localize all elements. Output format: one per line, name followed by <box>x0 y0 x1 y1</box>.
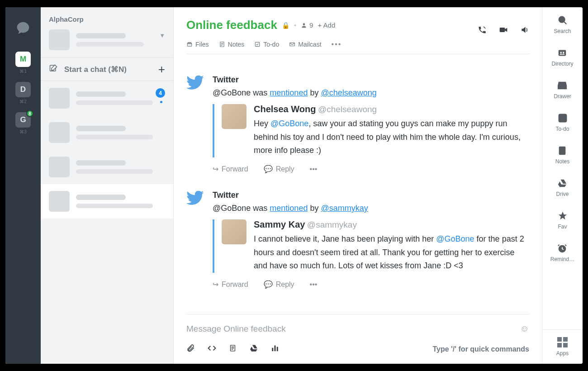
code-icon[interactable] <box>208 344 216 355</box>
svg-point-13 <box>560 52 562 53</box>
workspace-badge: 8 <box>26 110 33 117</box>
svg-rect-12 <box>559 50 566 56</box>
chat-row[interactable]: 4 <box>41 81 173 115</box>
more-icon[interactable]: ••• <box>310 165 318 173</box>
compose-icon <box>49 64 58 75</box>
avatar <box>49 191 70 212</box>
add-members-button[interactable]: + Add <box>318 21 335 29</box>
workspace-g[interactable]: G 8 <box>15 112 31 128</box>
directory-icon <box>557 47 567 59</box>
reply-icon: 💬 <box>264 165 273 173</box>
rail-fav[interactable]: Fav <box>558 210 568 230</box>
current-user-row[interactable]: ▼ <box>41 28 173 57</box>
author-handle: @sammykay <box>307 220 357 229</box>
svg-rect-8 <box>272 348 273 352</box>
svg-rect-3 <box>187 43 191 46</box>
rail-todo[interactable]: To-do <box>555 112 569 132</box>
members-count[interactable]: 9 <box>301 21 313 29</box>
channel-title[interactable]: Online feedback <box>186 18 277 32</box>
notes-icon <box>557 145 567 157</box>
svg-rect-5 <box>255 42 259 46</box>
chat-row[interactable] <box>41 115 173 150</box>
tab-todo[interactable]: To-do <box>254 40 279 48</box>
tabs-more-icon[interactable]: ••• <box>332 40 342 48</box>
twitter-icon <box>186 73 204 91</box>
audio-call-icon[interactable] <box>478 25 487 37</box>
avatar <box>49 122 70 143</box>
forward-icon: ↪ <box>213 280 218 289</box>
feed-post: Twitter @GoBone was mentioned by @chelse… <box>186 75 529 173</box>
svg-point-14 <box>563 52 564 53</box>
clock-icon <box>557 243 567 254</box>
feed-post: Twitter @GoBone was mentioned by @sammyk… <box>186 190 529 289</box>
reply-icon: 💬 <box>264 280 273 289</box>
reply-button[interactable]: 💬Reply <box>264 165 294 173</box>
author-link[interactable]: @sammykay <box>321 204 368 213</box>
svg-point-11 <box>559 17 564 23</box>
drive-icon <box>557 177 567 189</box>
forward-button[interactable]: ↪Forward <box>213 280 248 289</box>
conversation-header: Online feedback 🔒 • 9 + Add <box>174 7 542 54</box>
workspace-shortcut: ⌘3 <box>19 129 27 134</box>
attach-icon[interactable] <box>186 344 195 355</box>
tab-notes[interactable]: Notes <box>219 40 245 48</box>
app-logo[interactable] <box>12 17 34 39</box>
chat-row[interactable] <box>41 150 173 184</box>
conversation-panel: Online feedback 🔒 • 9 + Add <box>174 7 542 364</box>
forward-icon: ↪ <box>213 165 218 173</box>
mention-link[interactable]: @GoBone <box>270 119 308 128</box>
avatar <box>49 157 70 177</box>
tab-files[interactable]: Files <box>186 40 209 48</box>
workspace-d[interactable]: D <box>15 82 31 97</box>
note-icon[interactable] <box>229 344 237 355</box>
tab-mailcast[interactable]: Mailcast <box>289 40 321 48</box>
more-icon[interactable]: ••• <box>310 280 318 289</box>
rail-apps[interactable]: Apps <box>542 329 583 364</box>
unread-badge: 4 <box>156 88 165 98</box>
twitter-icon <box>186 189 204 207</box>
avatar <box>222 219 247 244</box>
slash-command-hint: Type '/' for quick commands <box>432 345 529 353</box>
rail-search[interactable]: Search <box>554 14 571 34</box>
author-link[interactable]: @chelseawong <box>321 88 376 97</box>
reply-button[interactable]: 💬Reply <box>264 280 294 289</box>
search-icon <box>558 14 568 26</box>
start-chat-button[interactable]: Start a chat (⌘N) + <box>41 57 173 81</box>
chat-row[interactable] <box>41 184 173 219</box>
apps-grid-icon <box>557 337 568 347</box>
svg-rect-9 <box>275 346 276 352</box>
rail-drive[interactable]: Drive <box>556 177 569 197</box>
video-call-icon[interactable] <box>498 25 508 37</box>
forward-button[interactable]: ↪Forward <box>213 165 248 173</box>
mentioned-link[interactable]: mentioned <box>270 88 308 97</box>
workspace-shortcut: ⌘2 <box>19 99 27 104</box>
rail-directory[interactable]: Directory <box>551 47 573 67</box>
speaker-icon[interactable] <box>520 25 529 37</box>
mentioned-link[interactable]: mentioned <box>270 204 308 213</box>
plus-icon[interactable]: + <box>158 62 165 76</box>
rail-remind[interactable]: Remind… <box>550 243 574 262</box>
drive-icon[interactable] <box>249 344 258 355</box>
rail-drawer[interactable]: Drawer <box>554 80 571 100</box>
org-name: AlphaCorp <box>41 7 173 28</box>
post-meta: @GoBone was mentioned by @sammykay <box>213 204 529 213</box>
mention-link[interactable]: @GoBone <box>436 234 474 243</box>
post-source: Twitter <box>213 190 529 200</box>
message-input[interactable]: Message Online feedback <box>186 324 286 334</box>
svg-rect-10 <box>277 347 278 352</box>
emoji-icon[interactable]: ☺ <box>520 323 529 334</box>
author-name: Chelsea Wong <box>254 104 316 114</box>
chevron-down-icon[interactable]: ▼ <box>159 32 165 39</box>
unread-dot <box>160 101 162 103</box>
star-icon <box>558 210 568 222</box>
poll-icon[interactable] <box>271 344 279 355</box>
post-source: Twitter <box>213 75 529 85</box>
drawer-icon <box>557 80 567 91</box>
workspace-m[interactable]: M <box>15 52 31 67</box>
message-composer: Message Online feedback ☺ <box>174 314 542 364</box>
workspace-shortcut: ⌘1 <box>19 69 27 74</box>
chat-list-panel: AlphaCorp ▼ Start a chat (⌘N) + 4 <box>41 7 174 364</box>
quoted-tweet: Chelsea Wong @chelseawong Hey @GoBone, s… <box>213 104 529 157</box>
rail-notes[interactable]: Notes <box>555 145 569 165</box>
start-chat-label: Start a chat (⌘N) <box>64 65 127 74</box>
